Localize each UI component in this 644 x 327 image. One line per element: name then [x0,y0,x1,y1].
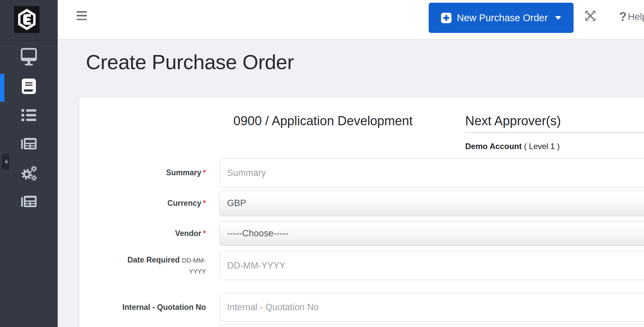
required-marker: * [203,168,206,177]
hamburger-icon [76,11,87,13]
hexagon-c-logo-icon [14,28,40,34]
internal-quotation-input[interactable] [219,293,644,322]
help-label: Help [628,11,644,22]
new-purchase-order-button[interactable]: New Purchase Order [429,3,574,33]
required-marker: * [203,199,206,207]
new-purchase-order-label: New Purchase Order [457,12,548,24]
topbar: New Purchase Order ? Help [58,0,644,40]
purchase-order-card: 0900 / Application Development Next Appr… [79,97,644,327]
vendor-value: -----Choose----- [227,228,288,239]
newspaper-icon [21,138,37,151]
left-triangle-icon [4,159,7,164]
sidebar-divider [0,40,58,41]
plus-square-icon [441,13,451,23]
sidebar-collapse-handle[interactable] [2,154,9,170]
form-row-summary: Summary* [79,158,644,187]
currency-select[interactable]: GBP [219,190,644,216]
sidebar-item-records[interactable] [0,134,58,155]
menu-toggle-button[interactable] [76,11,87,20]
approvers-divider [465,132,644,133]
form-row-vendor: Vendor* -----Choose----- [79,221,644,246]
help-button[interactable]: ? Help [619,9,644,25]
summary-label: Summary* [79,167,206,178]
caret-down-icon [555,16,561,20]
form-row-date-required: Date Required DD-MM-YYYY [79,251,644,280]
question-mark-icon: ? [619,10,627,24]
newspaper-icon [21,196,37,209]
expand-arrows-icon [585,17,596,22]
fullscreen-button[interactable] [584,10,596,22]
currency-value: GBP [227,198,246,208]
sidebar-item-dashboard[interactable] [0,47,58,69]
approver-name: Demo Account [465,142,522,151]
internal-quotation-label: Internal - Quotation No [79,302,206,313]
page-title: Create Purchase Order [86,50,294,74]
app-logo[interactable] [14,6,40,33]
date-format-hint: DD-MM-YYYY [182,257,206,275]
currency-label: Currency* [79,198,206,209]
sidebar-item-list[interactable] [0,105,58,127]
approver-line: Demo Account ( Level 1 ) [465,142,644,151]
date-required-input[interactable] [219,251,644,280]
vendor-label: Vendor* [79,228,206,239]
next-approvers-panel: Next Approver(s) Demo Account ( Level 1 … [465,114,644,151]
cogs-icon [20,165,38,183]
required-marker: * [203,229,206,238]
purchase-order-form: Summary* Currency* GBP Vendor* -----Choo… [79,158,644,327]
form-row-internal-quotation: Internal - Quotation No [79,293,644,322]
sidebar-item-reports[interactable] [0,192,58,213]
book-icon [22,79,36,95]
list-icon [21,109,36,123]
form-row-partial [79,324,644,327]
approver-level: ( Level 1 ) [524,142,560,151]
vendor-select[interactable]: -----Choose----- [219,221,644,246]
desktop-icon [21,48,37,68]
summary-input[interactable] [219,158,644,187]
next-approvers-title: Next Approver(s) [465,114,644,128]
form-row-currency: Currency* GBP [79,190,644,216]
partial-select[interactable] [219,324,644,327]
date-required-label: Date Required DD-MM-YYYY [79,254,206,277]
sidebar-item-purchase-orders[interactable] [0,76,58,98]
department-header: 0900 / Application Development [180,114,466,128]
